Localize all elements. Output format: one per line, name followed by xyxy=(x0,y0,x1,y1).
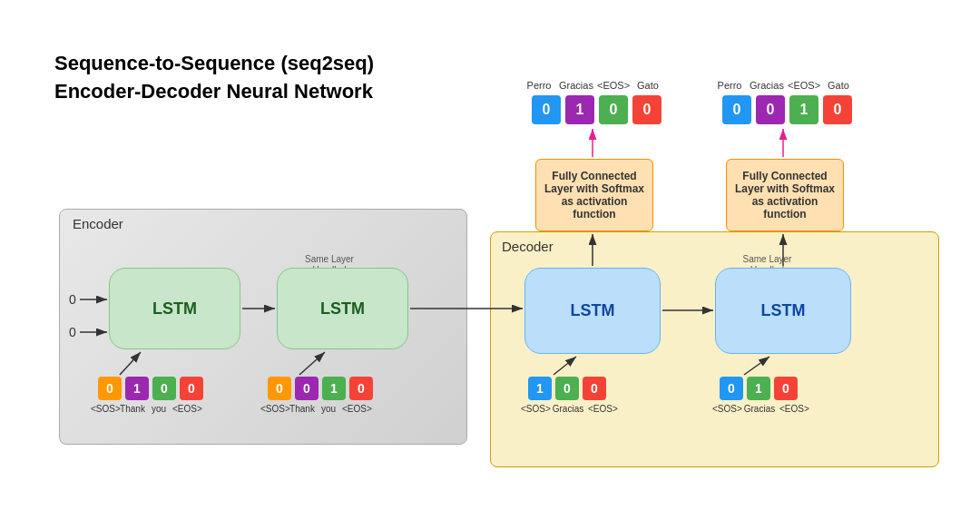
enc-input1-tokens: 0 1 0 0 xyxy=(98,377,203,400)
decoder-label: Decoder xyxy=(502,239,554,254)
out1-t2: 1 xyxy=(565,95,594,124)
dec-input2-labels: <SOS> Gracias <EOS> xyxy=(712,404,807,414)
out1-t1: 0 xyxy=(532,95,561,124)
zero-label-2: 0 xyxy=(69,325,76,339)
decoder-lstm1: LSTM xyxy=(524,268,661,354)
title: Sequence-to-Sequence (seq2seq) Encoder-D… xyxy=(54,50,374,106)
enc-input2-tokens: 0 0 1 0 xyxy=(268,377,373,400)
title-line1: Sequence-to-Sequence (seq2seq) xyxy=(54,50,374,78)
encoder-lstm2: LSTM xyxy=(277,268,408,349)
out1-t3: 0 xyxy=(599,95,628,124)
encoder-label: Encoder xyxy=(73,216,123,231)
output-tokens1: 0 1 0 0 xyxy=(532,95,662,124)
output-labels2: Perro Gracias <EOS> Gato xyxy=(715,80,853,91)
encoder-lstm1: LSTM xyxy=(109,268,240,349)
out2-t4: 0 xyxy=(823,95,852,124)
enc-input1-labels: <SOS> Thank you <EOS> xyxy=(91,404,198,414)
dec-input1-tokens: 1 0 0 xyxy=(528,377,606,400)
out2-t3: 1 xyxy=(789,95,818,124)
decoder-lstm2: LSTM xyxy=(715,268,851,354)
out1-t4: 0 xyxy=(632,95,662,124)
zero-label-1: 0 xyxy=(69,292,76,307)
dec-input1-labels: <SOS> Gracias <EOS> xyxy=(521,404,615,414)
out2-t1: 0 xyxy=(722,95,751,124)
output-labels1: Perro Gracias <EOS> Gato xyxy=(524,80,662,91)
output-tokens2: 0 0 1 0 xyxy=(722,95,852,124)
diagram: Sequence-to-Sequence (seq2seq) Encoder-D… xyxy=(0,0,980,510)
out2-t2: 0 xyxy=(756,95,785,124)
title-line2: Encoder-Decoder Neural Network xyxy=(54,78,374,106)
fc-box1: Fully Connected Layer with Softmax as ac… xyxy=(535,159,653,231)
fc-box2: Fully Connected Layer with Softmax as ac… xyxy=(726,159,844,231)
dec-input2-tokens: 0 1 0 xyxy=(720,377,798,400)
enc-input2-labels: <SOS> Thank you <EOS> xyxy=(260,404,368,414)
